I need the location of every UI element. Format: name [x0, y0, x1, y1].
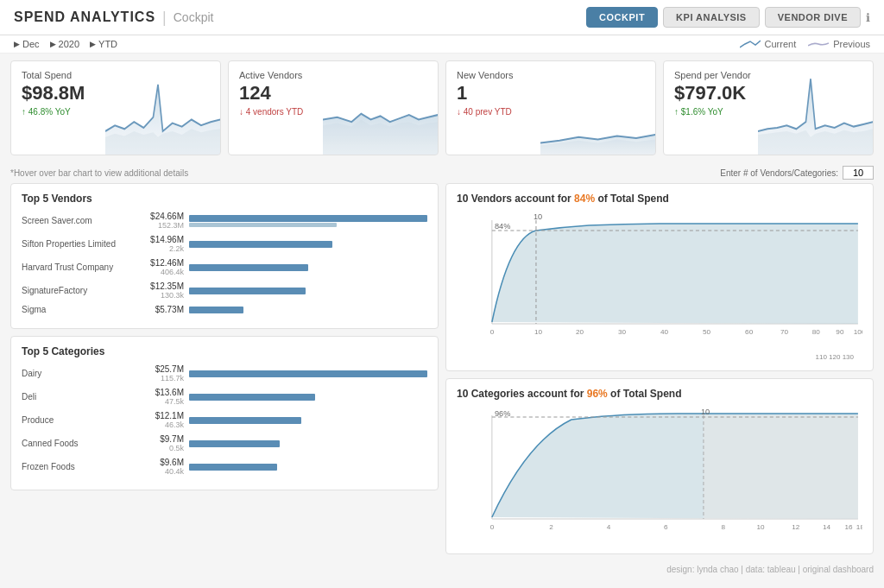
vendor-input-area: Enter # of Vendors/Categories: — [720, 166, 874, 180]
info-note: *Hover over bar chart to view additional… — [10, 168, 188, 178]
legend-current-label: Current — [765, 39, 797, 49]
svg-text:80: 80 — [812, 328, 821, 336]
svg-text:96%: 96% — [495, 409, 510, 418]
filter-year[interactable]: ▶ 2020 — [50, 39, 79, 49]
bar-area — [189, 370, 427, 377]
bar-area — [189, 288, 427, 294]
bar-area — [189, 241, 427, 248]
svg-text:40: 40 — [660, 328, 669, 336]
svg-text:12: 12 — [792, 523, 800, 531]
header-nav: COCKPIT KPI ANALYSIS VENDOR DIVE ℹ — [586, 7, 870, 28]
svg-text:50: 50 — [703, 328, 711, 336]
bar-item-label: Frozen Foods — [22, 462, 134, 471]
app-title: SPEND ANALYTICS — [14, 9, 155, 25]
bar-item-value: $12.35M130.3k — [139, 281, 184, 300]
main-content: Top 5 Vendors Screen Saver.com$24.66M152… — [0, 183, 884, 561]
filter-ytd[interactable]: ▶ YTD — [90, 39, 117, 49]
arrow-dec: ▶ — [14, 40, 20, 48]
bar-item-value: $14.96M2.2k — [139, 235, 184, 253]
svg-text:4: 4 — [607, 523, 611, 531]
svg-text:14: 14 — [823, 523, 831, 531]
pareto-categories-chart: 96% 10 0 2 4 6 8 10 12 14 16 18 — [457, 407, 862, 545]
bar-area — [189, 394, 427, 401]
nav-kpi-analysis[interactable]: KPI ANALYSIS — [663, 7, 760, 28]
bar-item-value: $25.7M115.7k — [139, 364, 184, 383]
vendors-bar-chart: Screen Saver.com$24.66M152.3MSifton Prop… — [22, 212, 427, 314]
svg-text:30: 30 — [618, 328, 627, 336]
filter-left: ▶ Dec ▶ 2020 ▶ YTD — [14, 39, 117, 49]
pareto-vendors-title-prefix: 10 Vendors account for — [457, 193, 574, 205]
bar-area — [189, 417, 427, 424]
bar-item-label: Canned Foods — [22, 439, 134, 448]
app-subtitle: Cockpit — [174, 10, 214, 24]
nav-cockpit[interactable]: COCKPIT — [586, 7, 658, 28]
pareto-categories-title-suffix: of Total Spend — [608, 388, 682, 400]
svg-text:0: 0 — [490, 523, 495, 531]
pareto-categories-title-prefix: 10 Categories account for — [457, 388, 587, 400]
footer: design: lynda chao | data: tableau | ori… — [0, 561, 884, 578]
pareto-categories-highlight: 96% — [587, 388, 608, 400]
bar-item-value: $9.7M0.5k — [139, 434, 184, 452]
kpi-active-vendors-chart — [323, 61, 438, 155]
filter-dec-label: Dec — [22, 39, 40, 49]
bar-item-value: $12.1M46.3k — [139, 411, 184, 429]
categories-bar-chart: Dairy$25.7M115.7kDeli$13.6M47.5kProduce$… — [22, 364, 427, 476]
svg-text:10: 10 — [534, 328, 543, 336]
svg-text:60: 60 — [745, 328, 754, 336]
list-item: Screen Saver.com$24.66M152.3M — [22, 212, 427, 230]
svg-text:18: 18 — [856, 523, 862, 531]
kpi-new-vendors: New Vendors 1 ↓ 40 prev YTD — [445, 60, 656, 155]
pareto-vendors-title-suffix: of Total Spend — [595, 193, 669, 205]
bar-item-label: Dairy — [22, 369, 134, 378]
top-vendors-panel: Top 5 Vendors Screen Saver.com$24.66M152… — [10, 183, 439, 329]
kpi-spend-per-vendor: Spend per Vendor $797.0K ↑ $1.6% YoY — [663, 60, 874, 155]
svg-text:84%: 84% — [495, 222, 510, 231]
list-item: Frozen Foods$9.6M40.4k — [22, 458, 427, 476]
list-item: Dairy$25.7M115.7k — [22, 364, 427, 383]
bar-item-value: $24.66M152.3M — [139, 212, 184, 230]
svg-text:6: 6 — [664, 523, 668, 531]
svg-text:10: 10 — [534, 212, 542, 221]
svg-text:90: 90 — [836, 328, 844, 336]
header: SPEND ANALYTICS | Cockpit COCKPIT KPI AN… — [0, 0, 884, 35]
bar-area — [189, 215, 427, 227]
svg-text:10: 10 — [701, 408, 710, 416]
bar-item-label: Produce — [22, 415, 134, 425]
info-bar: *Hover over bar chart to view additional… — [0, 162, 884, 183]
info-icon[interactable]: ℹ — [866, 11, 870, 24]
kpi-total-spend-chart — [105, 61, 220, 155]
bar-item-label: Harvard Trust Company — [22, 262, 134, 272]
footer-text: design: lynda chao | data: tableau | ori… — [666, 565, 874, 574]
top-categories-panel: Top 5 Categories Dairy$25.7M115.7kDeli$1… — [10, 336, 439, 490]
svg-text:8: 8 — [722, 523, 726, 531]
filter-dec[interactable]: ▶ Dec — [14, 39, 40, 49]
pareto-vendors-panel: 10 Vendors account for 84% of Total Spen… — [445, 183, 874, 371]
title-divider: | — [162, 9, 167, 27]
kpi-row: Total Spend $98.8M ↑ 46.8% YoY Active Ve… — [0, 54, 884, 162]
list-item: Sigma$5.73M — [22, 305, 427, 314]
list-item: Deli$13.6M47.5k — [22, 388, 427, 406]
top-vendors-title: Top 5 Vendors — [22, 193, 427, 205]
bar-item-label: Sifton Properties Limited — [22, 239, 134, 249]
list-item: Harvard Trust Company$12.46M406.4k — [22, 258, 427, 276]
svg-text:0: 0 — [490, 328, 495, 336]
legend-previous-label: Previous — [833, 39, 870, 49]
list-item: Canned Foods$9.7M0.5k — [22, 434, 427, 452]
bar-item-value: $13.6M47.5k — [139, 388, 184, 406]
kpi-new-vendors-chart — [540, 61, 655, 155]
bar-area — [189, 464, 427, 471]
list-item: Produce$12.1M46.3k — [22, 411, 427, 429]
svg-text:10: 10 — [756, 523, 765, 531]
nav-vendor-dive[interactable]: VENDOR DIVE — [765, 7, 861, 28]
pareto-vendors-title: 10 Vendors account for 84% of Total Spen… — [457, 193, 862, 205]
pareto-vendors-xmax: 110 120 130 — [457, 350, 862, 362]
legend-previous: Previous — [808, 39, 870, 49]
svg-text:2: 2 — [549, 523, 553, 531]
pareto-vendors-chart: 84% 10 0 10 20 30 40 50 60 70 80 90 100 — [457, 212, 862, 350]
bar-area — [189, 307, 427, 313]
bar-area — [189, 264, 427, 271]
filter-bar: ▶ Dec ▶ 2020 ▶ YTD Current Previous — [0, 35, 884, 54]
pareto-vendors-highlight: 84% — [574, 193, 595, 205]
pareto-categories-panel: 10 Categories account for 96% of Total S… — [445, 378, 874, 554]
vendor-count-input[interactable] — [843, 166, 874, 180]
